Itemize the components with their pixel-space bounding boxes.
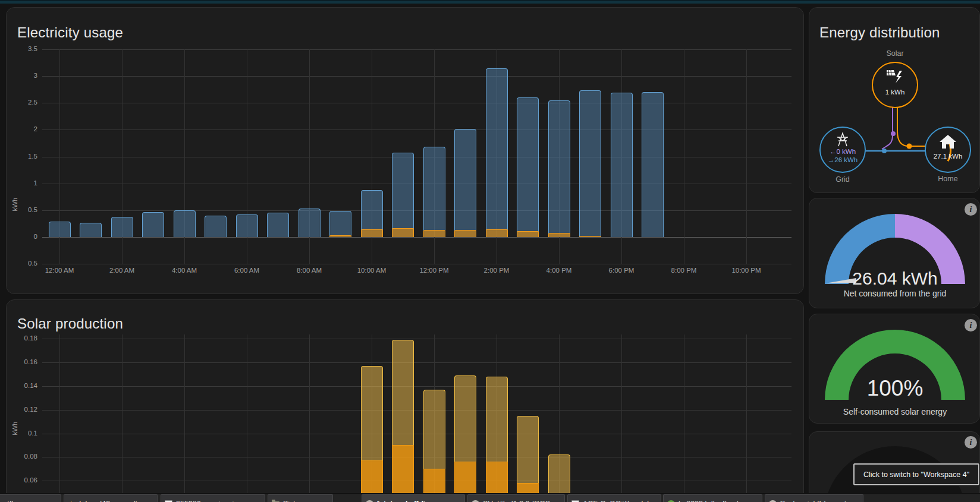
bar-segment[interactable] <box>423 230 445 237</box>
bar-segment[interactable] <box>486 229 508 237</box>
bar[interactable] <box>142 212 164 237</box>
taskbar-window-title: ctfbox: ~ <box>4 500 32 502</box>
grid-return-value: ←0 kWh <box>816 148 869 155</box>
gridline <box>42 184 791 184</box>
solar-to-grid-line <box>882 108 893 149</box>
taskbar-window-title: ACFrOgDGjiXrqwlokc <box>583 500 655 502</box>
solar-panel-icon <box>883 68 907 85</box>
x-tick-label: 10:00 AM <box>351 267 392 274</box>
y-tick-label: 0.08 <box>8 453 37 460</box>
gridline <box>42 210 791 211</box>
bar[interactable] <box>49 222 71 237</box>
taskbar-window-title: kp2023.kdbx [Locke <box>679 500 745 502</box>
bar[interactable] <box>486 68 508 237</box>
info-icon[interactable]: i <box>965 436 977 449</box>
y-tick-label: 0.1 <box>8 430 37 437</box>
bar[interactable] <box>174 210 196 237</box>
bar[interactable] <box>205 216 227 237</box>
grid-gauge-card: 26.04 kWh Net consumed from the grid i <box>809 198 980 308</box>
workspace-switch-tooltip: Click to switch to "Workspace 4" <box>853 463 979 485</box>
bar[interactable] <box>548 100 570 237</box>
bar[interactable] <box>80 223 102 237</box>
taskbar-window-button[interactable]: 355986 new invoice <box>161 494 265 502</box>
y-tick-label: 0.18 <box>8 334 37 342</box>
gridline <box>42 410 791 411</box>
taskbar: ctfbox: ~★Inbox (43 unread)355986 new in… <box>0 493 980 502</box>
taskbar-window-button[interactable]: *[Untitled1 3.0 (RGB <box>467 494 565 502</box>
bar-segment[interactable] <box>454 230 476 237</box>
gridline <box>42 264 791 264</box>
bar-segment[interactable] <box>517 231 539 237</box>
y-tick-label: 1.5 <box>8 153 37 160</box>
gridline <box>247 334 247 502</box>
bar[interactable] <box>392 153 414 237</box>
taskbar-window-title: Pictures <box>283 500 310 502</box>
home-icon <box>939 134 957 150</box>
bar[interactable] <box>267 213 289 237</box>
bar[interactable] <box>642 92 664 237</box>
gridline <box>42 103 791 103</box>
x-tick-label: 8:00 PM <box>663 267 705 274</box>
desktop: Electricity usage kWh 3.532.521.510.500.… <box>0 0 980 502</box>
bar[interactable] <box>517 97 539 237</box>
bar[interactable] <box>299 209 321 237</box>
y-tick-label: 0 <box>8 233 37 240</box>
solar-to-grid-flow-dot <box>891 131 896 136</box>
gridline <box>42 457 791 457</box>
x-tick-label: 4:00 PM <box>538 267 580 274</box>
taskbar-window-button[interactable]: ACFrOgDGjiXrqwlokc <box>567 494 661 502</box>
gridline <box>42 362 791 363</box>
bar[interactable] <box>423 147 445 237</box>
bar-segment[interactable] <box>361 229 383 237</box>
bar-segment[interactable] <box>329 235 351 237</box>
x-tick-label: 8:00 AM <box>288 267 330 274</box>
grid-gauge-label: Net consumed from the grid <box>809 289 980 298</box>
y-tick-label: 0.12 <box>8 406 37 413</box>
bar[interactable] <box>236 214 258 237</box>
solar-to-home-line <box>897 108 926 146</box>
solar-to-home-flow-dot <box>907 144 912 149</box>
taskbar-window-button[interactable]: ctfbox: ~ <box>0 494 61 502</box>
taskbar-window-title: *[Untitled1 3.0 (RGB <box>483 500 550 502</box>
gridline <box>184 334 185 502</box>
taskbar-window-button[interactable]: [status_led] (impor <box>362 494 465 502</box>
bar[interactable] <box>579 90 601 237</box>
taskbar-window-button[interactable]: ★Inbox (43 unread) <box>64 494 158 502</box>
gridline <box>42 49 791 50</box>
gridline <box>59 334 60 502</box>
gridline <box>42 76 791 77</box>
gridline <box>122 334 122 502</box>
x-tick-label: 2:00 PM <box>476 267 517 274</box>
solar-production-chart: 0.180.160.140.120.10.080.06 <box>7 300 804 502</box>
home-solar-arc <box>925 127 971 173</box>
taskbar-window-button[interactable]: *[solar-yield] (export <box>765 494 863 502</box>
y-tick-label: 0.16 <box>8 358 37 365</box>
bar-segment[interactable] <box>579 236 601 237</box>
gridline <box>42 157 791 157</box>
bar[interactable] <box>111 217 133 237</box>
grid-gauge-value: 26.04 kWh <box>809 269 980 289</box>
gridline <box>746 334 747 502</box>
gridline <box>309 334 310 502</box>
gridline <box>42 339 791 339</box>
info-icon[interactable]: i <box>965 203 977 216</box>
bar[interactable] <box>329 211 351 237</box>
info-icon[interactable]: i <box>965 319 977 331</box>
bar-segment[interactable] <box>548 233 570 237</box>
bar[interactable] <box>454 129 476 237</box>
x-tick-label: 12:00 AM <box>39 267 80 274</box>
taskbar-window-button[interactable]: kp2023.kdbx [Locke <box>663 494 762 502</box>
home-node-value: 27.1 kWh <box>921 153 975 160</box>
gridline <box>42 434 791 434</box>
bar-segment[interactable] <box>392 228 414 237</box>
solar-production-card: Solar production kWh 0.180.160.140.120.1… <box>6 299 804 502</box>
x-tick-label: 10:00 PM <box>725 267 767 274</box>
solar-gauge-card: 100% Self-consumed solar energy i <box>809 314 980 424</box>
y-tick-label: 0.06 <box>8 476 37 484</box>
bar[interactable] <box>611 93 633 237</box>
energy-distribution-card: Energy distribution Solar 1 kWh ←0 kWh →… <box>809 7 980 193</box>
gridline <box>42 481 791 481</box>
taskbar-window-button[interactable]: Pictures <box>268 494 333 502</box>
y-tick-label: 2.5 <box>8 99 37 106</box>
gridline <box>42 130 791 130</box>
